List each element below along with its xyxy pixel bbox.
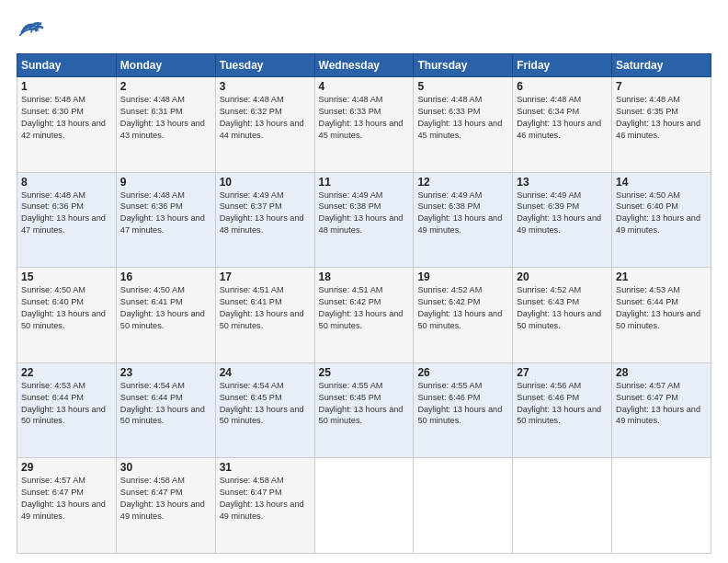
day-number: 11 bbox=[319, 176, 410, 189]
calendar-cell: 16 Sunrise: 4:50 AM Sunset: 6:41 PM Dayl… bbox=[116, 268, 215, 363]
calendar-cell: 4 Sunrise: 4:48 AM Sunset: 6:33 PM Dayli… bbox=[314, 77, 414, 173]
day-number: 21 bbox=[616, 270, 707, 283]
calendar-cell: 27 Sunrise: 4:56 AM Sunset: 6:46 PM Dayl… bbox=[513, 362, 612, 458]
calendar-cell: 19 Sunrise: 4:52 AM Sunset: 6:42 PM Dayl… bbox=[414, 268, 513, 363]
day-info: Sunrise: 4:51 AM Sunset: 6:42 PM Dayligh… bbox=[319, 284, 410, 332]
day-info: Sunrise: 4:52 AM Sunset: 6:43 PM Dayligh… bbox=[517, 284, 608, 332]
day-header-wednesday: Wednesday bbox=[314, 54, 414, 77]
calendar-cell: 23 Sunrise: 4:54 AM Sunset: 6:44 PM Dayl… bbox=[116, 362, 215, 458]
header bbox=[17, 17, 711, 46]
day-number: 24 bbox=[220, 366, 311, 379]
calendar-cell bbox=[612, 458, 711, 554]
calendar-cell: 6 Sunrise: 4:48 AM Sunset: 6:34 PM Dayli… bbox=[513, 77, 612, 173]
day-number: 25 bbox=[319, 366, 410, 379]
day-header-monday: Monday bbox=[116, 54, 215, 77]
day-number: 12 bbox=[417, 176, 508, 189]
day-number: 15 bbox=[21, 270, 112, 283]
day-info: Sunrise: 5:48 AM Sunset: 6:30 PM Dayligh… bbox=[21, 94, 112, 142]
day-number: 13 bbox=[517, 176, 608, 189]
day-header-thursday: Thursday bbox=[414, 54, 513, 77]
day-info: Sunrise: 4:53 AM Sunset: 6:44 PM Dayligh… bbox=[21, 380, 112, 428]
logo-icon bbox=[17, 17, 46, 46]
day-number: 9 bbox=[120, 176, 211, 189]
day-info: Sunrise: 4:58 AM Sunset: 6:47 PM Dayligh… bbox=[120, 475, 211, 523]
calendar-week-2: 8 Sunrise: 4:48 AM Sunset: 6:36 PM Dayli… bbox=[17, 172, 711, 268]
day-number: 10 bbox=[220, 176, 311, 189]
calendar-cell: 11 Sunrise: 4:49 AM Sunset: 6:38 PM Dayl… bbox=[314, 172, 414, 268]
calendar-week-4: 22 Sunrise: 4:53 AM Sunset: 6:44 PM Dayl… bbox=[17, 362, 711, 458]
calendar-cell: 30 Sunrise: 4:58 AM Sunset: 6:47 PM Dayl… bbox=[116, 458, 215, 554]
calendar-cell: 31 Sunrise: 4:58 AM Sunset: 6:47 PM Dayl… bbox=[215, 458, 314, 554]
day-number: 23 bbox=[120, 366, 211, 379]
day-number: 17 bbox=[220, 270, 311, 283]
calendar-cell: 9 Sunrise: 4:48 AM Sunset: 6:36 PM Dayli… bbox=[116, 172, 215, 268]
day-number: 22 bbox=[21, 366, 112, 379]
day-number: 5 bbox=[417, 80, 508, 93]
day-number: 8 bbox=[21, 176, 112, 189]
day-header-saturday: Saturday bbox=[612, 54, 711, 77]
day-info: Sunrise: 4:56 AM Sunset: 6:46 PM Dayligh… bbox=[517, 380, 608, 428]
day-number: 19 bbox=[417, 270, 508, 283]
calendar-cell: 15 Sunrise: 4:50 AM Sunset: 6:40 PM Dayl… bbox=[17, 268, 117, 363]
day-number: 28 bbox=[616, 366, 707, 379]
day-number: 7 bbox=[616, 80, 707, 93]
logo bbox=[17, 17, 50, 46]
calendar-cell: 2 Sunrise: 4:48 AM Sunset: 6:31 PM Dayli… bbox=[116, 77, 215, 173]
day-number: 6 bbox=[517, 80, 608, 93]
day-number: 20 bbox=[517, 270, 608, 283]
calendar-cell: 21 Sunrise: 4:53 AM Sunset: 6:44 PM Dayl… bbox=[612, 268, 711, 363]
calendar-cell bbox=[513, 458, 612, 554]
calendar-week-3: 15 Sunrise: 4:50 AM Sunset: 6:40 PM Dayl… bbox=[17, 268, 711, 363]
calendar-cell: 10 Sunrise: 4:49 AM Sunset: 6:37 PM Dayl… bbox=[215, 172, 314, 268]
calendar-cell: 25 Sunrise: 4:55 AM Sunset: 6:45 PM Dayl… bbox=[314, 362, 414, 458]
day-info: Sunrise: 4:48 AM Sunset: 6:34 PM Dayligh… bbox=[517, 94, 608, 142]
day-info: Sunrise: 4:48 AM Sunset: 6:32 PM Dayligh… bbox=[220, 94, 311, 142]
day-info: Sunrise: 4:48 AM Sunset: 6:35 PM Dayligh… bbox=[616, 94, 707, 142]
calendar: SundayMondayTuesdayWednesdayThursdayFrid… bbox=[17, 53, 711, 554]
day-info: Sunrise: 4:53 AM Sunset: 6:44 PM Dayligh… bbox=[616, 284, 707, 332]
day-info: Sunrise: 4:57 AM Sunset: 6:47 PM Dayligh… bbox=[616, 380, 707, 428]
calendar-cell: 28 Sunrise: 4:57 AM Sunset: 6:47 PM Dayl… bbox=[612, 362, 711, 458]
day-info: Sunrise: 4:54 AM Sunset: 6:44 PM Dayligh… bbox=[120, 380, 211, 428]
calendar-cell: 29 Sunrise: 4:57 AM Sunset: 6:47 PM Dayl… bbox=[17, 458, 117, 554]
day-number: 30 bbox=[120, 461, 211, 474]
calendar-cell: 18 Sunrise: 4:51 AM Sunset: 6:42 PM Dayl… bbox=[314, 268, 414, 363]
day-number: 14 bbox=[616, 176, 707, 189]
day-info: Sunrise: 4:49 AM Sunset: 6:38 PM Dayligh… bbox=[319, 190, 410, 237]
day-header-sunday: Sunday bbox=[17, 54, 117, 77]
calendar-cell: 24 Sunrise: 4:54 AM Sunset: 6:45 PM Dayl… bbox=[215, 362, 314, 458]
calendar-cell: 22 Sunrise: 4:53 AM Sunset: 6:44 PM Dayl… bbox=[17, 362, 117, 458]
day-number: 3 bbox=[220, 80, 311, 93]
day-info: Sunrise: 4:48 AM Sunset: 6:31 PM Dayligh… bbox=[120, 94, 211, 142]
day-info: Sunrise: 4:55 AM Sunset: 6:45 PM Dayligh… bbox=[319, 380, 410, 428]
day-info: Sunrise: 4:48 AM Sunset: 6:36 PM Dayligh… bbox=[120, 190, 211, 237]
calendar-cell: 20 Sunrise: 4:52 AM Sunset: 6:43 PM Dayl… bbox=[513, 268, 612, 363]
day-number: 4 bbox=[319, 80, 410, 93]
day-number: 27 bbox=[517, 366, 608, 379]
calendar-week-5: 29 Sunrise: 4:57 AM Sunset: 6:47 PM Dayl… bbox=[17, 458, 711, 554]
calendar-cell: 12 Sunrise: 4:49 AM Sunset: 6:38 PM Dayl… bbox=[414, 172, 513, 268]
day-info: Sunrise: 4:51 AM Sunset: 6:41 PM Dayligh… bbox=[220, 284, 311, 332]
day-number: 16 bbox=[120, 270, 211, 283]
calendar-cell: 14 Sunrise: 4:50 AM Sunset: 6:40 PM Dayl… bbox=[612, 172, 711, 268]
calendar-cell: 26 Sunrise: 4:55 AM Sunset: 6:46 PM Dayl… bbox=[414, 362, 513, 458]
day-info: Sunrise: 4:49 AM Sunset: 6:37 PM Dayligh… bbox=[220, 190, 311, 237]
page: SundayMondayTuesdayWednesdayThursdayFrid… bbox=[0, 0, 728, 563]
calendar-cell: 5 Sunrise: 4:48 AM Sunset: 6:33 PM Dayli… bbox=[414, 77, 513, 173]
day-info: Sunrise: 4:50 AM Sunset: 6:40 PM Dayligh… bbox=[616, 190, 707, 237]
day-info: Sunrise: 4:49 AM Sunset: 6:39 PM Dayligh… bbox=[517, 190, 608, 237]
day-info: Sunrise: 4:50 AM Sunset: 6:41 PM Dayligh… bbox=[120, 284, 211, 332]
calendar-cell bbox=[414, 458, 513, 554]
day-number: 26 bbox=[417, 366, 508, 379]
calendar-cell: 1 Sunrise: 5:48 AM Sunset: 6:30 PM Dayli… bbox=[17, 77, 117, 173]
day-number: 29 bbox=[21, 461, 112, 474]
calendar-week-1: 1 Sunrise: 5:48 AM Sunset: 6:30 PM Dayli… bbox=[17, 77, 711, 173]
calendar-cell: 7 Sunrise: 4:48 AM Sunset: 6:35 PM Dayli… bbox=[612, 77, 711, 173]
day-info: Sunrise: 4:52 AM Sunset: 6:42 PM Dayligh… bbox=[417, 284, 508, 332]
calendar-cell: 17 Sunrise: 4:51 AM Sunset: 6:41 PM Dayl… bbox=[215, 268, 314, 363]
day-info: Sunrise: 4:48 AM Sunset: 6:33 PM Dayligh… bbox=[319, 94, 410, 142]
calendar-cell: 8 Sunrise: 4:48 AM Sunset: 6:36 PM Dayli… bbox=[17, 172, 117, 268]
day-number: 31 bbox=[220, 461, 311, 474]
calendar-cell: 13 Sunrise: 4:49 AM Sunset: 6:39 PM Dayl… bbox=[513, 172, 612, 268]
calendar-cell bbox=[314, 458, 414, 554]
